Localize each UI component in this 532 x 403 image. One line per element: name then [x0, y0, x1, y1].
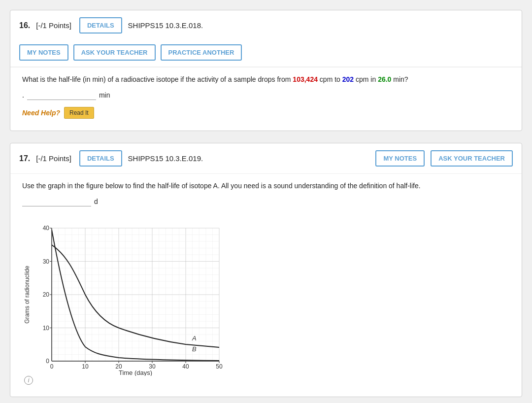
svg-text:0: 0 [50, 363, 54, 370]
points-label-17: [-/1 Points] [36, 154, 71, 163]
answer-row-16: . min [22, 90, 510, 100]
question-number-16: 16. [19, 21, 30, 30]
value3-16: 26.0 [378, 75, 391, 83]
unit-label-16: min [99, 91, 110, 99]
ask-teacher-button-16[interactable]: ASK YOUR TEACHER [73, 44, 156, 61]
svg-text:40: 40 [182, 363, 189, 370]
my-notes-button-16[interactable]: MY NOTES [19, 44, 68, 61]
my-notes-button-17[interactable]: MY NOTES [375, 150, 425, 167]
value2-16: 202 [342, 75, 354, 83]
value1-16: 103,424 [293, 75, 318, 83]
question-body-17: Use the graph in the figure below to fin… [10, 173, 522, 397]
unit-label-17: d [94, 198, 98, 205]
svg-text:A: A [192, 335, 197, 342]
question-body-16: What is the half-life (in min) of a radi… [10, 67, 522, 131]
question-card-16: 16. [-/1 Points] DETAILS SHIPPS15 10.3.E… [10, 10, 522, 131]
dot-prefix-16: . [22, 91, 24, 99]
svg-text:50: 50 [216, 363, 223, 370]
question-text-16: What is the half-life (in min) of a radi… [22, 74, 510, 85]
question-number-17: 17. [19, 154, 30, 163]
text-end-16: min? [393, 75, 408, 83]
text-after-16: cpm in [356, 75, 378, 83]
svg-text:20: 20 [43, 291, 50, 298]
svg-text:B: B [192, 345, 197, 353]
answer-input-16[interactable] [27, 90, 96, 100]
answer-input-17[interactable] [22, 196, 91, 206]
ask-teacher-button-17[interactable]: ASK YOUR TEACHER [431, 150, 513, 167]
svg-text:0: 0 [46, 358, 49, 365]
text-middle-16: cpm to [320, 75, 340, 83]
action-buttons-16: MY NOTES ASK YOUR TEACHER PRACTICE ANOTH… [10, 40, 522, 67]
answer-row-17: d [22, 196, 510, 206]
read-it-button-16[interactable]: Read It [64, 107, 94, 119]
svg-text:10: 10 [82, 363, 89, 370]
details-button-17[interactable]: DETAILS [79, 150, 122, 167]
svg-text:Time (days): Time (days) [119, 369, 152, 376]
question-text-part1: What is the half-life (in min) of a radi… [22, 75, 291, 83]
code-label-17: SHIPPS15 10.3.E.019. [128, 154, 203, 163]
graph-svg-17: 0 10 20 30 40 50 0 10 20 30 40 Time (day… [22, 218, 234, 376]
svg-text:10: 10 [43, 325, 50, 332]
question-header-16: 16. [-/1 Points] DETAILS SHIPPS15 10.3.E… [10, 10, 522, 40]
details-button-16[interactable]: DETAILS [79, 17, 122, 34]
question-text-17: Use the graph in the figure below to fin… [22, 181, 510, 191]
question-header-17: 17. [-/1 Points] DETAILS SHIPPS15 10.3.E… [10, 143, 522, 173]
svg-text:Grams of radionuclide: Grams of radionuclide [24, 266, 31, 324]
info-icon-17[interactable]: i [24, 376, 33, 385]
points-label-16: [-/1 Points] [36, 21, 71, 30]
svg-text:30: 30 [43, 258, 50, 265]
need-help-text-16: Need Help? [22, 109, 60, 117]
practice-button-16[interactable]: PRACTICE ANOTHER [161, 44, 242, 61]
graph-container-17: 0 10 20 30 40 50 0 10 20 30 40 Time (day… [22, 218, 234, 385]
svg-text:40: 40 [43, 225, 50, 232]
code-label-16: SHIPPS15 10.3.E.018. [128, 21, 203, 30]
question-card-17: 17. [-/1 Points] DETAILS SHIPPS15 10.3.E… [10, 143, 522, 397]
need-help-row-16: Need Help? Read It [22, 107, 510, 119]
